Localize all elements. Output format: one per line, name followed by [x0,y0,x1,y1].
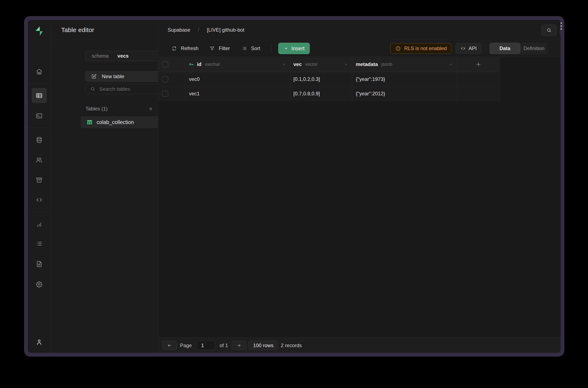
sidebar-item-project-settings[interactable] [32,277,47,292]
breadcrumb-project[interactable]: [LIVE] github-bot [207,27,244,33]
app-window: Table editor schema vecs New table Table [24,16,564,357]
select-all-header-cell [158,57,186,72]
sidebar-item-table-editor[interactable] [32,88,47,103]
database-icon [35,136,43,144]
desktop-background: Table editor schema vecs New table Table [0,0,588,388]
tab-definition[interactable]: Definition [520,46,548,51]
filter-button[interactable]: Filter [209,40,230,57]
schema-label: schema [92,53,109,59]
column-name: metadata [356,61,378,67]
page-number-input[interactable] [196,341,215,350]
help-button[interactable]: Help [560,24,561,36]
sidebar-item-sql-editor[interactable] [32,108,47,123]
column-type: vector [305,62,318,67]
user-icon [35,338,43,346]
add-column-button[interactable] [475,61,482,68]
search-icon [90,86,96,92]
sidebar-item-api-docs[interactable] [32,256,47,271]
filter-label: Filter [219,46,230,51]
column-type: varchar [205,62,220,67]
primary-key-icon [189,61,195,67]
sidebar-item-database[interactable] [32,132,47,147]
breadcrumb-org[interactable]: Supabase [168,27,190,33]
schema-select[interactable]: schema vecs [85,51,169,61]
column-header-metadata[interactable]: metadata jsonb [352,57,457,72]
cell-id[interactable]: vec1 [186,87,290,101]
sidebar-item-edge-functions[interactable] [32,192,47,207]
sidebar-item-account[interactable] [32,335,47,350]
row-checkbox[interactable] [162,91,168,97]
edit-icon [91,73,97,79]
funnel-icon [209,46,215,51]
insert-button[interactable]: Insert [278,43,310,54]
rows-per-page-button[interactable]: 100 rows [249,341,278,350]
sort-label: Sort [251,46,260,51]
users-icon [35,156,43,164]
refresh-button[interactable]: Refresh [172,40,198,57]
terminal-icon [35,112,43,120]
sidebar-item-authentication[interactable] [32,152,47,167]
sidebar-item-reports[interactable] [32,217,47,232]
sort-button[interactable]: Sort [242,40,260,57]
api-button[interactable]: API [456,43,482,54]
toolbar-divider [271,44,271,53]
column-name: id [197,61,201,67]
row-checkbox[interactable] [162,76,168,82]
page-label: Page [180,338,192,353]
supabase-logo-icon[interactable] [33,25,45,37]
arrow-right-icon [236,343,241,348]
tables-section-header: Tables (1) [85,104,169,114]
column-type: jsonb [381,62,392,67]
code-brackets-icon [460,46,466,51]
sidebar-item-logs[interactable] [32,236,47,251]
page-count-label: of 1 [220,338,228,353]
gear-icon [35,281,43,288]
list-icon [35,240,43,247]
table-icon [86,119,93,125]
insert-label: Insert [292,46,305,51]
sort-list-icon [242,46,247,51]
next-page-button[interactable] [232,341,246,350]
supabase-app: Table editor schema vecs New table Table [28,20,561,353]
select-all-checkbox[interactable] [162,61,168,68]
search-button[interactable] [541,24,557,36]
page-title: Table editor [50,26,94,33]
record-count: 2 records [281,338,302,353]
alert-circle-icon [395,46,401,51]
cell-id[interactable]: vec0 [186,72,290,87]
cell-vec[interactable]: [0.1,0.2,0.3] [290,72,352,87]
breadcrumb-separator: / [198,27,199,33]
schema-value: vecs [118,53,129,59]
row-select-cell [158,72,186,87]
tab-data[interactable]: Data [490,43,520,54]
column-header-vec[interactable]: vec vector [290,57,352,72]
row-select-cell [158,87,186,101]
column-menu-icon[interactable] [449,62,454,67]
column-name: vec [293,61,302,67]
collapse-all-icon[interactable] [148,106,154,112]
sidebar-header: Table editor [50,20,158,40]
cell-metadata[interactable]: {"year":2012} [352,87,457,101]
code-brackets-icon [35,196,43,204]
toolbar-divider [485,44,485,53]
document-icon [35,260,43,268]
cell-vec[interactable]: [0.7,0.8,0.9] [290,87,352,101]
chevron-down-icon [284,46,289,51]
top-bar: Supabase / [LIVE] github-bot Help Feedba… [158,20,561,40]
previous-page-button[interactable] [162,341,177,350]
new-table-button[interactable]: New table [85,71,169,82]
breadcrumb: Supabase / [LIVE] github-bot [168,20,244,40]
cell-metadata[interactable]: {"year":1973} [352,72,457,87]
table-name: colab_collection [97,119,134,125]
rail-divider [28,84,50,84]
sidebar-item-home[interactable] [32,64,47,79]
column-menu-icon[interactable] [282,62,287,67]
column-header-id[interactable]: id varchar [186,57,290,72]
search-icon [546,27,552,33]
rls-warning-badge[interactable]: RLS is not enabled [391,43,451,54]
rail-divider [28,212,50,212]
table-editor-sidebar: Table editor schema vecs New table Table [50,20,158,353]
sidebar-item-storage[interactable] [32,172,47,188]
api-label: API [468,46,477,51]
column-menu-icon[interactable] [343,62,348,67]
